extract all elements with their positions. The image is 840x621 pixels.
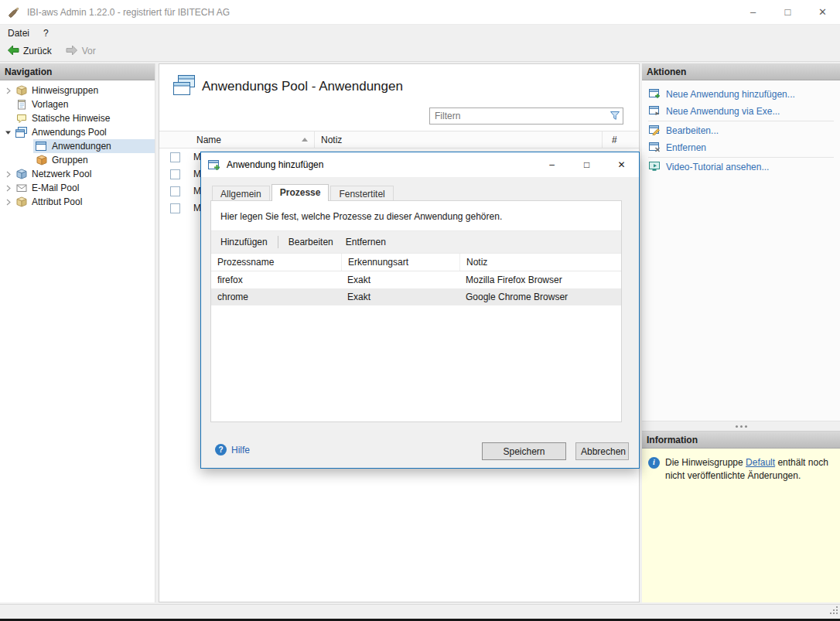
sidebar-item-vorlagen[interactable]: Vorlagen bbox=[0, 97, 155, 111]
new-window-icon bbox=[649, 88, 661, 101]
action-label: Entfernen bbox=[666, 142, 706, 153]
close-button[interactable]: ✕ bbox=[805, 0, 840, 24]
action-label: Neue Anwendung hinzufügen... bbox=[666, 89, 795, 100]
navigation-header: Navigation bbox=[0, 63, 155, 80]
video-tutorial-icon bbox=[649, 161, 661, 174]
dialog-minimize-button[interactable]: – bbox=[534, 152, 569, 177]
row-checkbox[interactable] bbox=[170, 152, 180, 162]
sidebar-item-netzwerk-pool[interactable]: Netzwerk Pool bbox=[0, 167, 155, 181]
remove-process-button[interactable]: Entfernen bbox=[340, 234, 392, 251]
panel-splitter[interactable] bbox=[642, 421, 840, 432]
forward-button[interactable]: Vor bbox=[59, 41, 103, 61]
actions-list: Neue Anwendung hinzufügen... Neue Anwend… bbox=[642, 80, 840, 421]
applications-icon bbox=[172, 74, 196, 100]
back-label: Zurück bbox=[23, 46, 52, 56]
column-header-name[interactable]: Name bbox=[190, 131, 314, 148]
dialog-footer: ? Hilfe Speichern Abbrechen bbox=[201, 423, 639, 468]
back-button[interactable]: Zurück bbox=[0, 41, 59, 61]
applications-table-header: Name Notiz # bbox=[159, 131, 639, 148]
filter-box bbox=[429, 107, 623, 125]
sidebar-item-gruppen[interactable]: Gruppen bbox=[0, 153, 155, 167]
titlebar: IBI-aws Admin 1.22.0 - registriert für I… bbox=[0, 0, 840, 25]
network-cube-icon bbox=[15, 169, 28, 179]
help-label: Hilfe bbox=[231, 445, 250, 456]
dialog-window-plus-icon bbox=[208, 159, 220, 171]
page-title: Anwendungs Pool - Anwendungen bbox=[202, 79, 403, 94]
sidebar-item-label: Anwendungs Pool bbox=[32, 127, 107, 138]
sidebar-item-hinweisgruppen[interactable]: Hinweisgruppen bbox=[0, 84, 155, 97]
menu-datei[interactable]: Datei bbox=[0, 26, 37, 40]
sidebar-item-label: E-Mail Pool bbox=[32, 183, 79, 193]
actions-divider bbox=[648, 121, 834, 121]
processes-toolbar: Hinzufügen Bearbeiten Entfernen bbox=[211, 230, 621, 254]
action-new-application[interactable]: Neue Anwendung hinzufügen... bbox=[642, 86, 840, 103]
sidebar-item-label: Vorlagen bbox=[32, 99, 68, 110]
window-controls: – □ ✕ bbox=[736, 0, 840, 24]
information-panel: i Die Hinweisgruppe Default enthält noch… bbox=[642, 449, 840, 602]
navigation-toolbar: Zurück Vor bbox=[0, 41, 840, 62]
processes-tab-panel: Hier legen Sie fest, welche Prozesse zu … bbox=[210, 200, 622, 422]
action-remove[interactable]: Entfernen bbox=[642, 139, 840, 156]
help-link[interactable]: ? Hilfe bbox=[215, 444, 250, 456]
filter-funnel-icon[interactable] bbox=[610, 111, 620, 123]
action-new-application-via-exe[interactable]: Neue Anwendung via Exe... bbox=[642, 103, 840, 120]
navigation-tree: Hinweisgruppen Vorlagen Statische Hinwei… bbox=[0, 80, 155, 209]
sidebar-item-email-pool[interactable]: E-Mail Pool bbox=[0, 181, 155, 195]
dialog-close-button[interactable]: ✕ bbox=[604, 152, 639, 177]
dialog-maximize-button[interactable]: □ bbox=[569, 152, 604, 177]
action-label: Neue Anwendung via Exe... bbox=[666, 106, 780, 117]
cancel-button[interactable]: Abbrechen bbox=[575, 442, 629, 460]
maximize-button[interactable]: □ bbox=[770, 0, 805, 24]
add-application-dialog: Anwendung hinzufügen – □ ✕ Allgemein Pro… bbox=[200, 152, 640, 469]
tab-allgemein[interactable]: Allgemein bbox=[212, 186, 270, 201]
sidebar-item-anwendungs-pool[interactable]: Anwendungs Pool bbox=[0, 125, 155, 139]
sidebar-item-attribut-pool[interactable]: Attribut Pool bbox=[0, 195, 155, 209]
action-label: Video-Tutorial ansehen... bbox=[666, 162, 769, 172]
column-header-notiz[interactable]: Notiz bbox=[459, 254, 621, 271]
filter-input[interactable] bbox=[429, 107, 623, 125]
chevron-right-icon[interactable] bbox=[3, 171, 13, 178]
chevron-right-icon[interactable] bbox=[3, 185, 13, 192]
actions-divider bbox=[648, 157, 834, 158]
processes-table-header: Prozessname Erkennungsart Notiz bbox=[211, 254, 621, 271]
sidebar-item-anwendungen[interactable]: Anwendungen bbox=[0, 139, 155, 153]
dialog-tabs: Allgemein Prozesse Fenstertitel bbox=[212, 184, 395, 201]
info-text-before: Die Hinweisgruppe bbox=[665, 457, 746, 468]
column-header-count[interactable]: # bbox=[602, 131, 639, 148]
action-video-tutorial[interactable]: Video-Tutorial ansehen... bbox=[642, 159, 840, 176]
row-checkbox[interactable] bbox=[170, 169, 180, 179]
edit-pencil-icon bbox=[649, 125, 661, 138]
resize-grip-icon[interactable] bbox=[828, 605, 838, 617]
actions-header: Aktionen bbox=[642, 63, 840, 80]
row-checkbox[interactable] bbox=[170, 186, 180, 196]
chevron-down-icon[interactable] bbox=[3, 129, 13, 136]
column-header-notiz[interactable]: Notiz bbox=[314, 131, 602, 148]
sidebar-item-statische-hinweise[interactable]: Statische Hinweise bbox=[0, 111, 155, 125]
right-panel: Aktionen Neue Anwendung hinzufügen... Ne… bbox=[642, 63, 840, 602]
process-row-firefox[interactable]: firefox Exakt Mozilla Firefox Browser bbox=[211, 271, 621, 288]
menu-help[interactable]: ? bbox=[37, 26, 55, 40]
toolbar-divider bbox=[278, 236, 278, 248]
add-process-button[interactable]: Hinzufügen bbox=[214, 234, 274, 251]
chevron-right-icon[interactable] bbox=[3, 87, 13, 94]
column-header-prozessname[interactable]: Prozessname bbox=[211, 254, 341, 271]
remove-window-icon bbox=[649, 142, 661, 155]
minimize-button[interactable]: – bbox=[736, 0, 770, 24]
tab-prozesse[interactable]: Prozesse bbox=[271, 184, 330, 201]
sidebar-item-label: Statische Hinweise bbox=[32, 113, 110, 124]
process-row-chrome[interactable]: chrome Exakt Google Chrome Browser bbox=[211, 288, 621, 305]
action-edit[interactable]: Bearbeiten... bbox=[642, 122, 840, 139]
speech-bubble-icon bbox=[15, 113, 28, 124]
sidebar-item-label: Hinweisgruppen bbox=[32, 85, 98, 96]
default-group-link[interactable]: Default bbox=[746, 457, 775, 468]
column-header-erkennungsart[interactable]: Erkennungsart bbox=[341, 254, 459, 271]
menubar: Datei ? bbox=[0, 25, 840, 41]
chevron-right-icon[interactable] bbox=[3, 199, 13, 206]
save-button[interactable]: Speichern bbox=[482, 442, 566, 460]
tab-fenstertitel[interactable]: Fenstertitel bbox=[330, 186, 393, 201]
edit-process-button[interactable]: Bearbeiten bbox=[282, 234, 340, 251]
box-icon bbox=[15, 196, 28, 207]
row-checkbox[interactable] bbox=[170, 203, 180, 213]
back-arrow-icon bbox=[7, 45, 19, 58]
splitter-grip-icon bbox=[740, 425, 743, 428]
